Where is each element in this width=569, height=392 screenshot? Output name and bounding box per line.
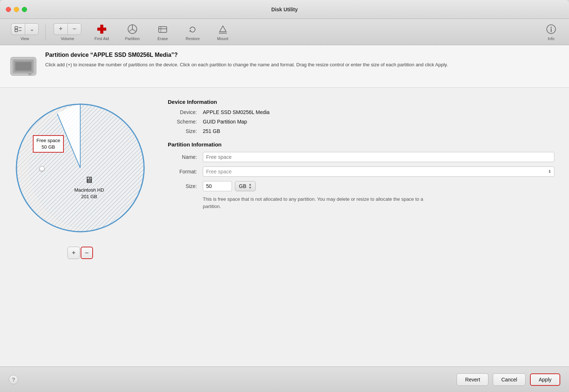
device-info-section: Device Information Device: APPLE SSD SM0… — [168, 99, 554, 134]
title-bar: Disk Utility — [0, 0, 569, 19]
stepper-arrows: ▲ ▼ — [248, 183, 252, 189]
mount-tool[interactable]: Mount — [208, 23, 238, 41]
first-aid-tool[interactable]: First Aid — [86, 23, 117, 41]
free-space-note: This is free space that is not allocated… — [203, 196, 429, 210]
minus-icon: − — [73, 25, 77, 33]
first-aid-label: First Aid — [94, 36, 109, 41]
info-bar: Partition device “APPLE SSD SM0256L Medi… — [0, 45, 569, 88]
info-description: Click add (+) to increase the number of … — [45, 61, 560, 68]
size-row: Size: 251 GB — [168, 128, 554, 134]
device-row: Device: APPLE SSD SM0256L Media — [168, 109, 554, 115]
size-label: Size: — [168, 128, 197, 134]
svg-rect-4 — [100, 25, 103, 28]
device-info-title: Device Information — [168, 99, 554, 105]
device-value: APPLE SSD SM0256L Media — [203, 109, 270, 115]
name-input[interactable] — [203, 152, 554, 162]
window: Disk Utility ⌄ View — [0, 0, 569, 392]
toolbar: ⌄ View + − Volume — [0, 19, 569, 45]
partition-label: Partition — [125, 36, 140, 41]
info-title: Partition device “APPLE SSD SM0256L Medi… — [45, 52, 560, 58]
view-section: ⌄ View — [6, 23, 46, 41]
info-icon — [544, 23, 558, 35]
size-form-label: Size: — [168, 183, 197, 189]
view-toggle-button[interactable] — [11, 23, 25, 35]
restore-label: Restore — [186, 36, 200, 41]
svg-rect-6 — [97, 28, 100, 31]
format-form-label: Format: — [168, 169, 197, 175]
add-volume-button[interactable]: + — [54, 23, 67, 35]
volume-label: Volume — [61, 36, 74, 41]
info-tool[interactable]: Info — [539, 23, 563, 41]
size-value: 251 GB — [203, 128, 220, 134]
format-row: Format: Free space ⬍ — [168, 166, 554, 177]
scheme-label: Scheme: — [168, 119, 197, 125]
restore-icon — [186, 23, 200, 35]
help-button[interactable]: ? — [9, 375, 18, 384]
svg-rect-10 — [159, 27, 167, 32]
right-panel: Device Information Device: APPLE SSD SM0… — [160, 95, 562, 359]
scheme-row: Scheme: GUID Partition Map — [168, 119, 554, 125]
restore-tool[interactable]: Restore — [178, 23, 208, 41]
scheme-value: GUID Partition Map — [203, 119, 247, 125]
maximize-button[interactable] — [22, 7, 27, 12]
partition-icon — [125, 23, 139, 35]
pie-chart-container: Free space 50 GB 🖥 Macintosh HD 201 GB — [7, 95, 153, 241]
first-aid-icon — [95, 23, 109, 35]
partition-info-title: Partition Information — [168, 141, 554, 148]
remove-partition-button[interactable]: − — [81, 247, 93, 259]
erase-icon — [156, 23, 170, 35]
pie-resize-handle[interactable] — [39, 166, 44, 171]
view-label: View — [20, 36, 29, 41]
remove-volume-button[interactable]: − — [67, 23, 81, 35]
macintosh-label: 🖥 Macintosh HD 201 GB — [74, 174, 104, 200]
name-row: Name: — [168, 152, 554, 162]
add-partition-button[interactable]: + — [67, 247, 80, 259]
left-panel: Free space 50 GB 🖥 Macintosh HD 201 GB — [7, 95, 153, 359]
bottom-bar: ? Revert Cancel Apply — [0, 366, 569, 392]
size-input[interactable] — [203, 181, 232, 191]
content-area: Partition device “APPLE SSD SM0256L Medi… — [0, 45, 569, 392]
svg-point-15 — [551, 27, 552, 28]
info-text: Partition device “APPLE SSD SM0256L Medi… — [45, 52, 560, 68]
size-form-row: Size: GB ▲ ▼ — [168, 181, 554, 191]
partition-info-section: Partition Information Name: Format: Free… — [168, 141, 554, 210]
unit-value: GB — [239, 183, 246, 189]
format-select-container: Free space ⬍ — [203, 166, 554, 177]
view-dropdown-button[interactable]: ⌄ — [25, 23, 39, 35]
chevron-down-icon: ⌄ — [30, 26, 34, 32]
volume-btn-group: + − — [54, 23, 81, 35]
erase-label: Erase — [158, 36, 168, 41]
mount-icon — [216, 23, 230, 35]
svg-rect-0 — [15, 27, 18, 29]
name-form-label: Name: — [168, 154, 197, 160]
device-label: Device: — [168, 109, 197, 115]
format-select[interactable]: Free space — [203, 166, 554, 177]
partition-tool[interactable]: Partition — [117, 23, 148, 41]
partition-controls: + − — [67, 247, 93, 259]
svg-rect-8 — [100, 28, 103, 31]
cancel-button[interactable]: Cancel — [493, 373, 526, 386]
info-label: Info — [548, 36, 554, 41]
svg-rect-5 — [100, 31, 103, 34]
main-area: Free space 50 GB 🖥 Macintosh HD 201 GB — [0, 88, 569, 366]
revert-button[interactable]: Revert — [457, 373, 488, 386]
drive-icon — [9, 52, 38, 81]
mount-label: Mount — [217, 36, 228, 41]
close-button[interactable] — [6, 7, 11, 12]
free-space-label: Free space 50 GB — [33, 135, 64, 153]
svg-rect-7 — [103, 28, 106, 31]
svg-rect-1 — [15, 30, 18, 32]
macintosh-icon: 🖥 — [74, 174, 104, 186]
minimize-button[interactable] — [14, 7, 19, 12]
unit-stepper[interactable]: GB ▲ ▼ — [235, 181, 256, 191]
plus-icon: + — [59, 25, 63, 33]
erase-tool[interactable]: Erase — [148, 23, 178, 41]
window-title: Disk Utility — [271, 7, 298, 12]
apply-button[interactable]: Apply — [530, 373, 560, 386]
stepper-down-icon: ▼ — [248, 186, 252, 189]
traffic-lights — [6, 7, 27, 12]
svg-point-25 — [29, 73, 31, 74]
volume-section: + − Volume — [49, 23, 86, 41]
view-btn-group: ⌄ — [11, 23, 39, 35]
